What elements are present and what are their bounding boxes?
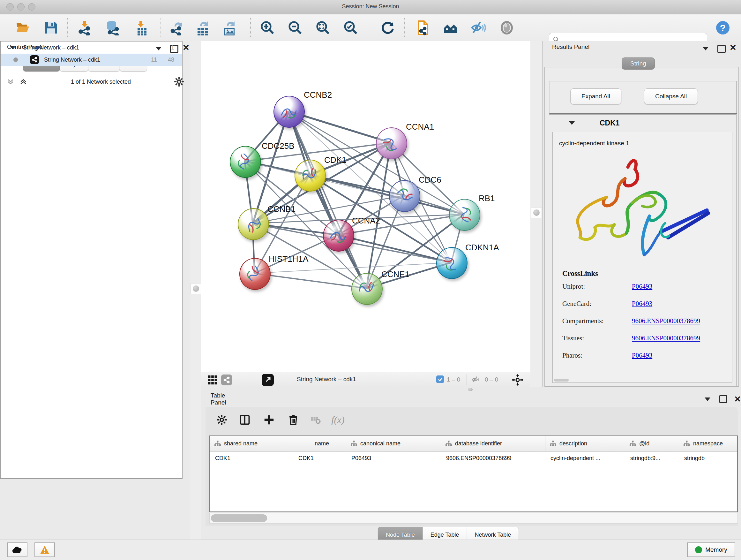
column-header-name[interactable]: name [293, 436, 346, 451]
current-network-dot [13, 57, 18, 62]
crosslink-link[interactable]: P06493 [632, 300, 652, 308]
column-header-description[interactable]: description [545, 436, 625, 451]
cell-@id[interactable]: stringdb:9... [625, 455, 679, 462]
zoom-out-button[interactable] [287, 20, 303, 36]
network-canvas[interactable]: CCNB2CCNA1CDC25BCDK1CDC6RB1CCNB1CCNA2CDK… [201, 41, 530, 372]
selected-checkbox[interactable] [436, 375, 444, 383]
results-panel-close-icon[interactable]: ✕ [730, 44, 737, 52]
node-CDC6[interactable] [389, 180, 420, 212]
cell-canonical-name[interactable]: P06493 [346, 455, 441, 462]
gear-icon[interactable] [174, 76, 185, 87]
expand-all-button[interactable]: Expand All [570, 88, 621, 105]
table-settings-button[interactable] [214, 413, 229, 427]
string-import-button[interactable] [415, 20, 431, 36]
crosslink-row: Tissues:9606.ENSP00000378699 [562, 329, 700, 347]
left-splitter-handle[interactable] [191, 283, 201, 294]
column-header-shared-name[interactable]: shared name [210, 436, 293, 451]
column-header-database-identifier[interactable]: database identifier [441, 436, 545, 451]
delete-column-button[interactable] [286, 413, 300, 427]
column-header-@id[interactable]: @id [625, 436, 679, 451]
cell-shared-name[interactable]: CDK1 [210, 455, 293, 462]
help-button[interactable]: ? [715, 20, 731, 36]
tree-row[interactable]: String Network – cdk11 [1, 42, 182, 54]
cell-description[interactable]: cyclin-dependent ... [545, 455, 625, 462]
import-network-icon [77, 20, 92, 36]
hide-graphics-button[interactable] [470, 20, 486, 36]
zoom-selected-button[interactable] [343, 20, 359, 36]
crosslink-link[interactable]: P06493 [632, 283, 652, 291]
node-CDC25B[interactable] [230, 146, 261, 178]
export-table-button[interactable] [195, 20, 211, 36]
save-session-button[interactable] [43, 20, 59, 36]
table-row[interactable]: CDK1CDK1P064939606.ENSP00000378699cyclin… [210, 451, 737, 465]
function-builder-button[interactable]: f(x) [331, 413, 345, 427]
memory-label: Memory [705, 546, 727, 553]
birdseye-toggle-button[interactable] [511, 374, 524, 388]
export-network-button[interactable] [169, 20, 185, 36]
results-scroll-thumb[interactable] [554, 379, 569, 381]
right-splitter[interactable] [530, 41, 542, 387]
node-CCNE1[interactable] [351, 273, 383, 305]
table-panel-collapse-icon[interactable] [704, 397, 711, 401]
crosslink-link[interactable]: 9606.ENSP00000378699 [632, 334, 700, 342]
gene-section-header[interactable]: CDK1 [549, 115, 736, 131]
import-table-button[interactable] [133, 20, 149, 36]
level-of-detail-button[interactable] [499, 20, 515, 36]
collapse-all-icon[interactable] [6, 78, 15, 86]
node-CDK1[interactable] [294, 160, 326, 192]
node-CCNA2[interactable] [323, 220, 354, 252]
results-panel-float-icon[interactable] [718, 45, 726, 54]
results-panel-collapse-icon[interactable] [703, 46, 709, 52]
tree-expander-icon[interactable] [10, 46, 15, 49]
houses-button[interactable] [443, 20, 459, 36]
expand-all-icon[interactable] [18, 78, 28, 86]
left-splitter[interactable] [190, 41, 201, 540]
warnings-button[interactable] [35, 543, 55, 557]
column-header-namespace[interactable]: namespace [679, 436, 738, 451]
horizontal-splitter-handle[interactable] [468, 388, 473, 391]
open-session-button[interactable] [15, 20, 31, 36]
node-CCNA1[interactable] [376, 127, 407, 159]
network-list-button[interactable] [221, 374, 232, 385]
delete-table-button[interactable] [308, 413, 323, 427]
crosslink-link[interactable]: 9606.ENSP00000378699 [632, 317, 700, 325]
column-label: shared name [224, 440, 258, 447]
apply-layout-button[interactable] [380, 20, 396, 36]
node-RB1[interactable] [449, 199, 480, 231]
import-network-database-button[interactable] [105, 20, 120, 36]
node-HIST1H1A[interactable] [239, 258, 271, 290]
node-label-CDC25B: CDC25B [262, 141, 294, 151]
tree-row[interactable]: String Network – cdk11148 [1, 54, 182, 66]
right-splitter-handle[interactable] [531, 207, 542, 218]
import-network-file-button[interactable] [77, 20, 92, 36]
memory-button[interactable]: Memory [687, 543, 735, 557]
tab-string[interactable]: String [622, 57, 655, 70]
cell-namespace[interactable]: stringdb [679, 455, 738, 462]
grid-view-button[interactable] [207, 374, 218, 387]
table-hscrollbar[interactable] [209, 513, 738, 523]
node-CDKN1A[interactable] [436, 247, 468, 279]
zoom-fit-button[interactable] [315, 20, 331, 36]
export-image-button[interactable] [221, 20, 238, 36]
crosslink-link[interactable]: P06493 [632, 352, 652, 360]
zoom-in-button[interactable] [259, 20, 275, 36]
collapse-all-button[interactable]: Collapse All [644, 88, 698, 105]
node-label-CCNA2: CCNA2 [352, 216, 380, 226]
cloud-button[interactable] [7, 543, 27, 557]
table-panel-close-icon[interactable]: ✕ [734, 396, 741, 402]
node-CCNB2[interactable] [273, 96, 305, 128]
table-panel-float-icon[interactable] [719, 395, 727, 403]
cell-name[interactable]: CDK1 [293, 455, 346, 462]
section-collapse-icon[interactable] [569, 121, 575, 125]
table-hscrollbar-thumb[interactable] [211, 514, 267, 522]
cell-database-identifier[interactable]: 9606.ENSP00000378699 [441, 455, 545, 462]
add-column-button[interactable] [262, 413, 276, 427]
control-panel-close-icon[interactable]: ✕ [183, 44, 190, 52]
detach-view-button[interactable] [262, 374, 274, 386]
show-columns-button[interactable] [238, 413, 252, 427]
network-nodes: CCNB2CCNA1CDC25BCDK1CDC6RB1CCNB1CCNA2CDK… [201, 41, 530, 372]
column-header-canonical-name[interactable]: canonical name [346, 436, 441, 451]
horizontal-splitter[interactable] [201, 387, 741, 392]
column-label: name [315, 440, 329, 447]
node-CCNB1[interactable] [238, 208, 269, 240]
